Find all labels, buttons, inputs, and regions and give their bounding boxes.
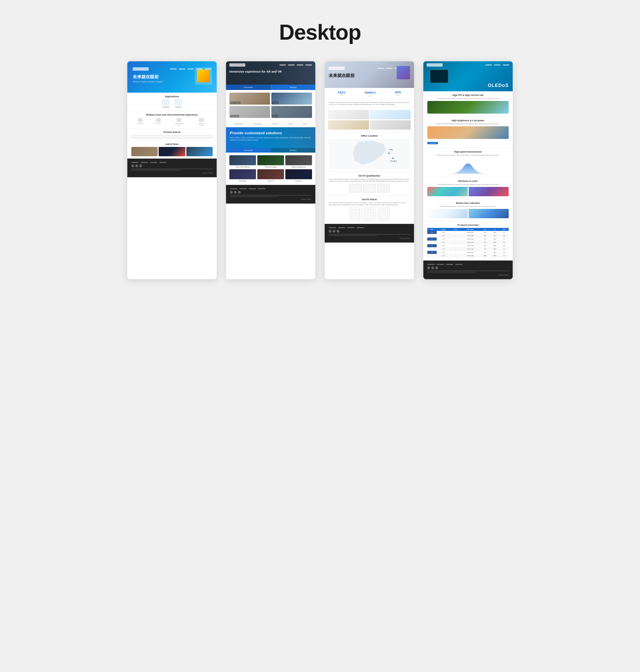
footer-nav-item xyxy=(159,162,167,163)
about-text: SeeYA is a mid to large-format display t… xyxy=(329,102,410,106)
display-screen xyxy=(430,70,448,83)
apps-row: Computer Industry xyxy=(131,100,213,108)
social-icon xyxy=(333,230,335,233)
social-icon xyxy=(238,191,241,194)
app-label: Computer xyxy=(162,106,169,108)
cell-fps: 60 xyxy=(500,254,509,257)
table-row: 0.6" 15.2 --- 2560×1440 400 MIPI 60 xyxy=(427,238,509,241)
oledos-brand: OLEDoS xyxy=(488,83,509,88)
feature-brightness-title: High brightness & Low power xyxy=(427,119,509,122)
img-label-3: VR Headset xyxy=(230,115,239,117)
feature-brightness-btn[interactable]: Learn More xyxy=(427,142,438,144)
nav-link xyxy=(305,64,312,66)
screenshot-card-4: OLEDoS High PPI & High refresh rate SeeY… xyxy=(423,61,513,279)
cell-price: --- xyxy=(450,251,461,254)
cell-if: MIPI xyxy=(490,231,500,234)
patent-docs xyxy=(329,208,410,221)
cell-fps: 60 xyxy=(500,248,509,251)
footer-text xyxy=(131,168,213,170)
cell-res: 1920×1080 xyxy=(461,254,480,257)
patent-doc-inner-2 xyxy=(365,209,374,220)
qual-text: Create a high-standard recognition trust… xyxy=(329,178,410,182)
table-row: 1.0" 25.4 --- 1920×1080 600 MIPI 120 xyxy=(427,244,509,248)
nav-link xyxy=(179,68,185,70)
news-images xyxy=(131,147,213,156)
footer-nav-item xyxy=(347,227,355,228)
social-icon xyxy=(431,267,434,269)
feature-transmission-title: High-speed transmission xyxy=(427,151,509,153)
footer-nav-item xyxy=(230,188,237,189)
cell-price: --- xyxy=(450,241,461,244)
industry-item-2: Thermal Imaging xyxy=(257,155,284,168)
cell-if: MIPI xyxy=(490,248,500,251)
industry-img-3 xyxy=(285,155,312,165)
cs-tab-consumer[interactable]: Consumer xyxy=(226,148,271,153)
news-image-2 xyxy=(159,147,185,156)
link-about: About xyxy=(288,123,293,125)
footer-nav-item xyxy=(357,227,364,228)
screenshot-card-1: 未来就在眼前 Nearaye Display Solution Supplier… xyxy=(127,61,217,279)
stat-area: 43000㎡ area xyxy=(365,91,376,96)
product-img-3 xyxy=(328,120,369,130)
product-search-section: Product Search xyxy=(127,129,217,141)
stats-section: 12yrs years 43000㎡ area 90% export xyxy=(325,88,414,100)
nav-link xyxy=(170,68,177,70)
industry-label-4: Simulation xyxy=(229,180,256,182)
product-img-2 xyxy=(370,110,411,119)
footer-text xyxy=(230,195,311,197)
tab-industry[interactable]: Industry xyxy=(271,85,316,90)
cell-lum: 200 xyxy=(480,231,490,234)
cell-size: 1.0" xyxy=(427,244,437,248)
cs-tab-industry[interactable]: Industry xyxy=(271,148,315,153)
footer-nav-item xyxy=(258,188,265,189)
qual-title: SeeYA Qualification xyxy=(329,175,410,177)
cell-size: 1.6" xyxy=(427,251,437,254)
link-products: Products xyxy=(272,123,278,125)
social-icon xyxy=(135,165,138,167)
th-price: Price xyxy=(450,228,461,231)
tab-consumer[interactable]: Consumer xyxy=(226,85,271,90)
industry-label-1: Front View Delivery xyxy=(229,166,256,168)
cell-lum: 500 xyxy=(480,241,490,244)
cell-fps: 120 xyxy=(500,244,509,248)
footer-social xyxy=(329,230,410,233)
map-label-hello: Hello xyxy=(388,148,394,151)
cell-display: 5.08 xyxy=(437,231,451,234)
card2-footer: Privacy Policy xyxy=(226,185,315,204)
cell-lum: 600 xyxy=(480,244,490,248)
vivid-title: Brilliant Color and Vivid Immersive Expe… xyxy=(131,114,213,116)
about-section: SeeYA is a mid to large-format display t… xyxy=(325,100,414,108)
cell-price: --- xyxy=(450,254,461,257)
footer-nav-item xyxy=(141,162,148,163)
footer-nav xyxy=(329,227,410,228)
search-bar[interactable] xyxy=(131,135,213,139)
social-icon xyxy=(427,267,430,269)
cell-display: 20.3 xyxy=(437,241,451,244)
cell-res: 1920×1080 xyxy=(461,244,480,248)
footer-line xyxy=(427,272,476,272)
map-container: Hello Shanghai xyxy=(329,139,410,169)
map-title: Office Location xyxy=(329,135,410,137)
card3-footer: Privacy Policy xyxy=(325,224,414,242)
table-row: 0.8" 20.3 --- 3840×2160 500 MIPI 60 xyxy=(427,241,509,244)
china-map-shape xyxy=(351,140,388,167)
certs-row xyxy=(329,184,410,193)
footer-line xyxy=(427,270,509,271)
product-grid-img-3: VR Headset xyxy=(229,106,270,118)
cert-1 xyxy=(349,184,362,193)
patent-doc-inner-3 xyxy=(379,209,388,220)
link-technology: Technology xyxy=(253,123,262,125)
stat-export-number: 90% xyxy=(395,91,401,94)
card1-footer: Privacy Policy xyxy=(127,159,217,177)
cell-size: 0.8" xyxy=(427,241,437,244)
feature-brightness: High brightness & Low power Advanced OLE… xyxy=(423,117,513,148)
footer-pagination: Privacy Policy xyxy=(230,198,311,200)
nav-link xyxy=(503,64,509,66)
computer-icon xyxy=(162,100,169,105)
industry-label-5: Show-To xyxy=(257,180,284,182)
cell-res: 2560×1440 xyxy=(461,238,480,241)
stat-export-label: export xyxy=(395,94,401,95)
footer-nav-item xyxy=(427,264,435,265)
footer-nav xyxy=(131,162,213,163)
nav-logo xyxy=(133,67,149,71)
